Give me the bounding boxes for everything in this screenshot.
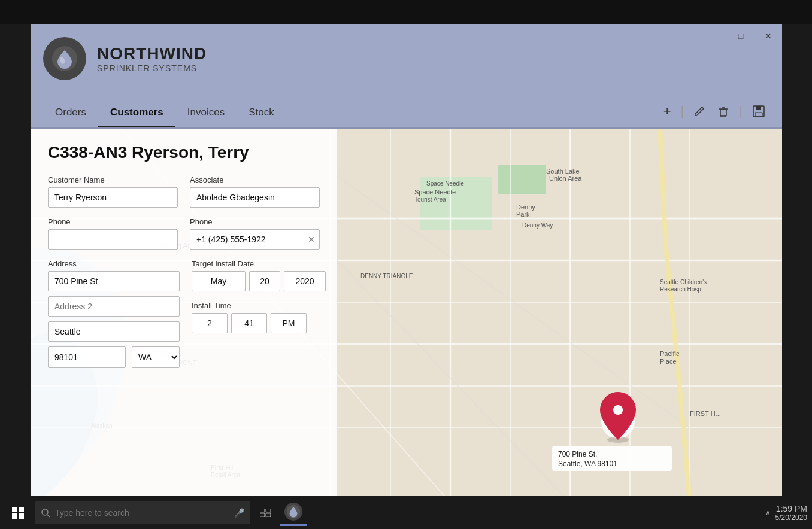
svg-text:Tourist Area: Tourist Area — [414, 196, 446, 203]
svg-text:Seattle Children's: Seattle Children's — [660, 279, 707, 285]
customer-name-input[interactable] — [48, 187, 178, 208]
search-icon — [41, 508, 50, 518]
tray-clock: 1:59 PM 5/20/2020 — [775, 504, 807, 522]
svg-line-59 — [47, 515, 50, 517]
svg-rect-55 — [19, 507, 24, 512]
time-hour-input[interactable] — [192, 313, 228, 333]
phone-clear-button[interactable]: ✕ — [308, 235, 315, 244]
svg-text:FIRST H...: FIRST H... — [690, 410, 721, 417]
associate-label: Associate — [190, 175, 320, 184]
svg-point-48 — [613, 405, 623, 415]
svg-text:Space Needle: Space Needle — [426, 180, 464, 187]
phone-right-col: Phone ✕ — [190, 217, 320, 250]
target-date-label: Target install Date — [192, 259, 326, 268]
nav-actions: + | | — [659, 101, 770, 121]
phone-left-input[interactable] — [48, 229, 178, 250]
divider-1: | — [681, 104, 684, 119]
nav-tabs: Orders Customers Invoices Stock — [43, 99, 286, 127]
tab-orders[interactable]: Orders — [43, 99, 98, 127]
tab-customers[interactable]: Customers — [98, 99, 175, 127]
form-panel: C338-AN3 Ryerson, Terry Customer Name As… — [31, 129, 337, 503]
nav-bar: Orders Customers Invoices Stock + | | — [31, 93, 782, 129]
logo-circle — [43, 37, 86, 80]
phone-left-label: Phone — [48, 217, 178, 226]
phone-right-wrap: ✕ — [190, 229, 320, 250]
svg-rect-2 — [720, 110, 726, 116]
zip-input[interactable] — [48, 346, 126, 368]
svg-rect-54 — [12, 507, 17, 512]
tray-date-value: 5/20/2020 — [775, 513, 807, 522]
time-ampm-input[interactable] — [271, 313, 307, 333]
svg-rect-10 — [498, 165, 546, 194]
form-row-phones: Phone Phone ✕ — [48, 217, 320, 250]
svg-text:Park: Park — [516, 211, 530, 218]
taskbar-search-input[interactable] — [55, 508, 229, 518]
taskbar-bottom: 🎤 ∧ 1:59 PM 5/20/2020 — [0, 496, 812, 529]
system-tray: ∧ 1:59 PM 5/20/2020 — [765, 504, 807, 522]
title-bar: NORTHWIND SPRINKLER SYSTEMS — □ ✕ — [31, 24, 782, 93]
edit-button[interactable] — [689, 103, 710, 120]
taskview-button[interactable] — [254, 501, 277, 524]
svg-text:South Lake: South Lake — [546, 168, 580, 175]
state-select[interactable]: WA CA OR ID — [132, 346, 180, 368]
svg-rect-61 — [266, 509, 271, 512]
app-window: NORTHWIND SPRINKLER SYSTEMS — □ ✕ Orders… — [31, 24, 782, 503]
svg-text:Union Area: Union Area — [549, 175, 582, 182]
save-button[interactable] — [747, 102, 770, 120]
close-button[interactable]: ✕ — [755, 24, 782, 48]
svg-text:Denny: Denny — [516, 203, 535, 211]
date-month-input[interactable] — [192, 271, 246, 291]
customer-title: C338-AN3 Ryerson, Terry — [48, 143, 320, 162]
date-row — [192, 271, 326, 291]
address-label: Address — [48, 259, 180, 268]
divider-2: | — [739, 104, 743, 119]
phone-right-input[interactable] — [190, 229, 320, 250]
mic-icon: 🎤 — [234, 508, 244, 518]
install-time-label: Install Time — [192, 301, 326, 310]
start-button[interactable] — [5, 500, 31, 526]
tray-time-value: 1:59 PM — [775, 504, 807, 513]
app-title-block: NORTHWIND SPRINKLER SYSTEMS — [97, 44, 207, 73]
form-row-address-date: Address WA CA OR ID Ta — [48, 259, 320, 368]
svg-text:Place: Place — [660, 358, 677, 365]
svg-text:Denny Way: Denny Way — [522, 222, 553, 229]
date-day-input[interactable] — [249, 271, 280, 291]
svg-text:Space Needle: Space Needle — [414, 189, 456, 196]
phone-left-col: Phone — [48, 217, 178, 250]
app-taskbar-icon[interactable] — [280, 500, 307, 526]
svg-text:Seattle, WA 98101: Seattle, WA 98101 — [558, 460, 617, 468]
app-subtitle: SPRINKLER SYSTEMS — [97, 63, 207, 73]
search-bar: 🎤 — [35, 501, 250, 524]
delete-button[interactable] — [713, 103, 734, 120]
tab-stock[interactable]: Stock — [237, 99, 286, 127]
window-controls: — □ ✕ — [699, 24, 782, 48]
address-col: Address WA CA OR ID — [48, 259, 180, 368]
phone-right-label: Phone — [190, 217, 320, 226]
tray-expand-icon[interactable]: ∧ — [765, 509, 771, 517]
svg-rect-6 — [756, 106, 761, 110]
address2-input[interactable] — [48, 296, 180, 317]
svg-text:DENNY TRIANGLE: DENNY TRIANGLE — [360, 273, 413, 279]
customer-name-label: Customer Name — [48, 175, 178, 184]
time-min-input[interactable] — [231, 313, 267, 333]
tab-invoices[interactable]: Invoices — [175, 99, 237, 127]
svg-rect-56 — [12, 513, 17, 519]
addr-state-zip: WA CA OR ID — [48, 346, 180, 368]
associate-input[interactable] — [190, 187, 320, 208]
date-time-col: Target install Date Install Time — [192, 259, 326, 333]
city-input[interactable] — [48, 321, 180, 342]
app-icon-inner — [284, 503, 302, 521]
svg-rect-62 — [260, 513, 265, 517]
customer-name-col: Customer Name — [48, 175, 178, 208]
svg-rect-7 — [755, 113, 762, 117]
svg-text:Research Hosp.: Research Hosp. — [660, 286, 703, 293]
top-bar — [0, 0, 812, 24]
minimize-button[interactable]: — — [699, 24, 727, 48]
app-name: NORTHWIND — [97, 44, 207, 63]
svg-rect-60 — [260, 509, 265, 512]
add-button[interactable]: + — [659, 101, 676, 121]
maximize-button[interactable]: □ — [727, 24, 755, 48]
date-year-input[interactable] — [284, 271, 326, 291]
content-area: Space Needle Tourist Area Space Needle D… — [31, 129, 782, 503]
address1-input[interactable] — [48, 271, 180, 291]
